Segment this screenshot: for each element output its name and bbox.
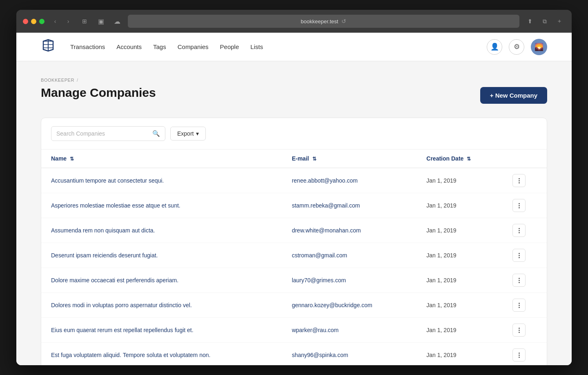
company-name-cell[interactable]: Dolores modi in voluptas porro aspernatu… — [41, 293, 282, 318]
tabs-icon[interactable]: ⊞ — [79, 16, 90, 27]
company-name-cell[interactable]: Assumenda rem non quisquam aut dicta. — [41, 218, 282, 243]
back-button[interactable]: ‹ — [49, 16, 61, 27]
row-actions-button[interactable] — [512, 299, 526, 312]
company-date-cell: Jan 1, 2019 — [416, 243, 503, 268]
nav-transactions[interactable]: Transactions — [70, 43, 105, 50]
company-actions-cell — [503, 318, 547, 343]
add-tab-icon[interactable]: ＋ — [554, 16, 565, 27]
breadcrumb-root: BOOKKEEPER — [41, 78, 74, 83]
table-row: Eius eum quaerat rerum est repellat repe… — [41, 318, 547, 343]
browser-navigation: ‹ › — [49, 16, 74, 27]
table-row: Accusantium tempore aut consectetur sequ… — [41, 168, 547, 193]
nav-people[interactable]: People — [220, 43, 239, 50]
row-actions-button[interactable] — [512, 224, 526, 237]
new-company-button[interactable]: + New Company — [480, 87, 547, 104]
company-name-cell[interactable]: Dolore maxime occaecati est perferendis … — [41, 268, 282, 293]
sidebar-toggle-icon[interactable]: ▣ — [95, 16, 107, 27]
page-container: Transactions Accounts Tags Companies Peo… — [16, 33, 572, 365]
row-actions-button[interactable] — [512, 274, 526, 287]
row-actions-button[interactable] — [512, 199, 526, 212]
row-actions-button[interactable] — [512, 249, 526, 262]
gear-icon: ⚙ — [514, 42, 520, 51]
table-row: Asperiores molestiae molestiae esse atqu… — [41, 193, 547, 218]
table-header: Name ⇅ E-mail ⇅ Creation Date ⇅ — [41, 150, 547, 168]
pip-icon[interactable]: ⧉ — [539, 16, 550, 27]
col-header-name[interactable]: Name ⇅ — [41, 150, 282, 168]
browser-content: Transactions Accounts Tags Companies Peo… — [16, 33, 572, 365]
navbar: Transactions Accounts Tags Companies Peo… — [16, 33, 572, 61]
table-body: Accusantium tempore aut consectetur sequ… — [41, 168, 547, 365]
forward-button[interactable]: › — [62, 16, 74, 27]
row-actions-button[interactable] — [512, 324, 526, 337]
cloud-icon[interactable]: ☁ — [111, 16, 123, 27]
company-date-cell: Jan 1, 2019 — [416, 268, 503, 293]
close-button[interactable] — [23, 19, 28, 24]
nav-lists[interactable]: Lists — [250, 43, 263, 50]
search-input[interactable] — [56, 130, 149, 137]
page-title: Manage Companies — [41, 86, 156, 100]
company-actions-cell — [503, 218, 547, 243]
avatar[interactable]: 🌄 — [531, 39, 547, 55]
company-name-cell[interactable]: Eius eum quaerat rerum est repellat repe… — [41, 318, 282, 343]
company-date-cell: Jan 1, 2019 — [416, 218, 503, 243]
browser-window: ‹ › ⊞ ▣ ☁ bookkeeper.test ↺ ⬆ ⧉ ＋ — [16, 10, 572, 365]
logo[interactable] — [41, 38, 56, 56]
company-email-cell: drew.white@monahan.com — [282, 218, 417, 243]
nav-companies[interactable]: Companies — [178, 43, 209, 50]
settings-icon-button[interactable]: ⚙ — [509, 39, 524, 55]
user-icon-button[interactable]: 👤 — [487, 39, 502, 55]
search-box: 🔍 — [51, 126, 165, 141]
traffic-lights — [23, 19, 45, 24]
browser-actions: ⬆ ⧉ ＋ — [524, 16, 565, 27]
table-row: Est fuga voluptatem aliquid. Tempore sol… — [41, 343, 547, 366]
company-email-cell: cstroman@gmail.com — [282, 243, 417, 268]
company-date-cell: Jan 1, 2019 — [416, 318, 503, 343]
nav-links: Transactions Accounts Tags Companies Peo… — [70, 43, 263, 50]
table-row: Dolores modi in voluptas porro aspernatu… — [41, 293, 547, 318]
col-header-date[interactable]: Creation Date ⇅ — [416, 150, 503, 168]
table-toolbar: 🔍 Export ▾ — [41, 118, 547, 150]
company-email-cell: wparker@rau.com — [282, 318, 417, 343]
sort-icon-name: ⇅ — [70, 156, 74, 162]
minimize-button[interactable] — [31, 19, 36, 24]
company-email-cell: gennaro.kozey@buckridge.com — [282, 293, 417, 318]
col-header-actions — [503, 150, 547, 168]
company-email-cell: renee.abbott@yahoo.com — [282, 168, 417, 193]
maximize-button[interactable] — [39, 19, 45, 24]
export-button[interactable]: Export ▾ — [170, 127, 206, 141]
avatar-image: 🌄 — [535, 42, 543, 51]
company-date-cell: Jan 1, 2019 — [416, 193, 503, 218]
company-name-cell[interactable]: Deserunt ipsam reiciendis deserunt fugia… — [41, 243, 282, 268]
reload-icon[interactable]: ↺ — [341, 18, 346, 25]
table-row: Deserunt ipsam reiciendis deserunt fugia… — [41, 243, 547, 268]
url-text: bookkeeper.test — [301, 18, 339, 25]
row-actions-button[interactable] — [512, 348, 526, 362]
chevron-down-icon: ▾ — [196, 130, 199, 137]
company-email-cell: stamm.rebeka@gmail.com — [282, 193, 417, 218]
table-container: 🔍 Export ▾ Name ⇅ — [41, 118, 547, 365]
company-actions-cell — [503, 193, 547, 218]
navbar-right: 👤 ⚙ 🌄 — [487, 39, 547, 55]
company-name-cell[interactable]: Asperiores molestiae molestiae esse atqu… — [41, 193, 282, 218]
row-actions-button[interactable] — [512, 174, 526, 187]
user-icon: 👤 — [490, 42, 499, 51]
breadcrumb: BOOKKEEPER / — [41, 78, 547, 83]
nav-accounts[interactable]: Accounts — [116, 43, 142, 50]
nav-tags[interactable]: Tags — [153, 43, 166, 50]
table-row: Assumenda rem non quisquam aut dicta.dre… — [41, 218, 547, 243]
company-name-cell[interactable]: Est fuga voluptatem aliquid. Tempore sol… — [41, 343, 282, 366]
company-actions-cell — [503, 343, 547, 366]
share-icon[interactable]: ⬆ — [524, 16, 536, 27]
breadcrumb-separator: / — [77, 78, 78, 83]
export-label: Export — [177, 130, 194, 137]
page-content: BOOKKEEPER / Manage Companies + New Comp… — [16, 61, 572, 365]
company-actions-cell — [503, 168, 547, 193]
address-bar[interactable]: bookkeeper.test ↺ — [128, 15, 519, 28]
col-header-email[interactable]: E-mail ⇅ — [282, 150, 417, 168]
company-date-cell: Jan 1, 2019 — [416, 168, 503, 193]
company-name-cell[interactable]: Accusantium tempore aut consectetur sequ… — [41, 168, 282, 193]
search-icon: 🔍 — [152, 130, 160, 137]
navbar-left: Transactions Accounts Tags Companies Peo… — [41, 38, 263, 56]
table-row: Dolore maxime occaecati est perferendis … — [41, 268, 547, 293]
company-email-cell: shany96@spinka.com — [282, 343, 417, 366]
